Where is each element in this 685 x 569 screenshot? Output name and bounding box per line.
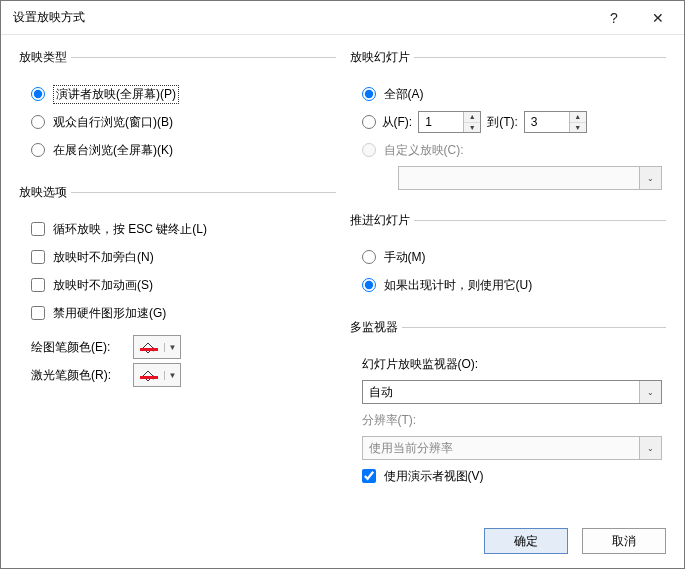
dialog-footer: 确定 取消: [1, 518, 684, 568]
check-no-narration-input[interactable]: [31, 250, 45, 264]
laser-color-swatch: [134, 368, 164, 382]
ok-button[interactable]: 确定: [484, 528, 568, 554]
radio-browse[interactable]: 观众自行浏览(窗口)(B): [23, 108, 332, 136]
chevron-down-icon[interactable]: ▼: [570, 123, 586, 133]
check-loop-label: 循环放映，按 ESC 键终止(L): [53, 221, 207, 238]
radio-custom-show: 自定义放映(C):: [354, 136, 663, 164]
check-no-narration[interactable]: 放映时不加旁白(N): [23, 243, 332, 271]
radio-manual-label: 手动(M): [384, 249, 426, 266]
to-spinner[interactable]: ▲▼: [524, 111, 587, 133]
resolution-value: 使用当前分辨率: [363, 437, 640, 459]
right-column: 放映幻灯片 全部(A) 从(F): ▲▼ 到(T): ▲▼: [350, 47, 667, 506]
check-disable-hw[interactable]: 禁用硬件图形加速(G): [23, 299, 332, 327]
radio-timings-input[interactable]: [362, 278, 376, 292]
chevron-down-icon[interactable]: ▼: [464, 123, 480, 133]
pen-color-button[interactable]: ▼: [133, 335, 181, 359]
monitor-label: 幻灯片放映监视器(O):: [362, 356, 479, 373]
radio-kiosk-label: 在展台浏览(全屏幕)(K): [53, 142, 173, 159]
custom-show-combo-row: ⌄: [354, 164, 663, 192]
radio-custom-input: [362, 143, 376, 157]
chevron-up-icon[interactable]: ▲: [464, 112, 480, 123]
check-no-narration-label: 放映时不加旁白(N): [53, 249, 154, 266]
monitor-combo[interactable]: 自动 ⌄: [362, 380, 663, 404]
radio-all-label: 全部(A): [384, 86, 424, 103]
window-title: 设置放映方式: [13, 9, 592, 26]
show-type-legend: 放映类型: [19, 49, 71, 66]
laser-color-button[interactable]: ▼: [133, 363, 181, 387]
check-no-animation-label: 放映时不加动画(S): [53, 277, 153, 294]
radio-timings-label: 如果出现计时，则使用它(U): [384, 277, 533, 294]
check-loop[interactable]: 循环放映，按 ESC 键终止(L): [23, 215, 332, 243]
radio-all-input[interactable]: [362, 87, 376, 101]
from-label: 从(F):: [382, 114, 413, 131]
check-no-animation-input[interactable]: [31, 278, 45, 292]
radio-custom-label: 自定义放映(C):: [384, 142, 464, 159]
chevron-down-icon: ⌄: [639, 167, 661, 189]
show-options-group: 放映选项 循环放映，按 ESC 键终止(L) 放映时不加旁白(N) 放映时不加动…: [19, 184, 336, 397]
laser-color-dropdown-icon: ▼: [164, 371, 180, 380]
radio-presenter-input[interactable]: [31, 87, 45, 101]
custom-show-value: [399, 167, 640, 189]
custom-show-combo: ⌄: [398, 166, 663, 190]
bucket-icon: [140, 368, 158, 382]
show-slides-legend: 放映幻灯片: [350, 49, 414, 66]
monitor-label-row: 幻灯片放映监视器(O):: [354, 350, 663, 378]
left-column: 放映类型 演讲者放映(全屏幕)(P) 观众自行浏览(窗口)(B) 在展台浏览(全…: [19, 47, 336, 506]
radio-from-input[interactable]: [362, 115, 376, 129]
check-loop-input[interactable]: [31, 222, 45, 236]
laser-color-row: 激光笔颜色(R): ▼: [23, 361, 332, 389]
check-no-animation[interactable]: 放映时不加动画(S): [23, 271, 332, 299]
cancel-button[interactable]: 取消: [582, 528, 666, 554]
pen-color-label: 绘图笔颜色(E):: [31, 339, 127, 356]
close-button[interactable]: ✕: [636, 3, 680, 33]
resolution-label-row: 分辨率(T):: [354, 406, 663, 434]
show-slides-group: 放映幻灯片 全部(A) 从(F): ▲▼ 到(T): ▲▼: [350, 49, 667, 200]
from-value[interactable]: [419, 112, 463, 132]
check-disable-hw-label: 禁用硬件图形加速(G): [53, 305, 166, 322]
check-disable-hw-input[interactable]: [31, 306, 45, 320]
pen-color-row: 绘图笔颜色(E): ▼: [23, 333, 332, 361]
radio-browse-label: 观众自行浏览(窗口)(B): [53, 114, 173, 131]
monitors-legend: 多监视器: [350, 319, 402, 336]
chevron-up-icon[interactable]: ▲: [570, 112, 586, 123]
monitor-combo-row: 自动 ⌄: [354, 378, 663, 406]
radio-browse-input[interactable]: [31, 115, 45, 129]
radio-manual-input[interactable]: [362, 250, 376, 264]
from-spinner[interactable]: ▲▼: [418, 111, 481, 133]
radio-kiosk-input[interactable]: [31, 143, 45, 157]
monitors-group: 多监视器 幻灯片放映监视器(O): 自动 ⌄ 分辨率(T): 使用当前分辨率 ⌄: [350, 319, 667, 498]
dialog-content: 放映类型 演讲者放映(全屏幕)(P) 观众自行浏览(窗口)(B) 在展台浏览(全…: [1, 35, 684, 518]
radio-timings[interactable]: 如果出现计时，则使用它(U): [354, 271, 663, 299]
show-type-group: 放映类型 演讲者放映(全屏幕)(P) 观众自行浏览(窗口)(B) 在展台浏览(全…: [19, 49, 336, 172]
laser-color-label: 激光笔颜色(R):: [31, 367, 127, 384]
monitor-value: 自动: [363, 381, 640, 403]
check-presenter-view[interactable]: 使用演示者视图(V): [354, 462, 663, 490]
to-label: 到(T):: [487, 114, 518, 131]
titlebar: 设置放映方式 ? ✕: [1, 1, 684, 35]
radio-presenter-label: 演讲者放映(全屏幕)(P): [53, 85, 179, 104]
check-presenter-view-label: 使用演示者视图(V): [384, 468, 484, 485]
resolution-combo-row: 使用当前分辨率 ⌄: [354, 434, 663, 462]
advance-legend: 推进幻灯片: [350, 212, 414, 229]
resolution-label: 分辨率(T):: [362, 412, 417, 429]
check-presenter-view-input[interactable]: [362, 469, 376, 483]
radio-presenter[interactable]: 演讲者放映(全屏幕)(P): [23, 80, 332, 108]
help-button[interactable]: ?: [592, 3, 636, 33]
pen-color-dropdown-icon: ▼: [164, 343, 180, 352]
pen-color-swatch: [134, 340, 164, 354]
resolution-combo: 使用当前分辨率 ⌄: [362, 436, 663, 460]
radio-manual[interactable]: 手动(M): [354, 243, 663, 271]
to-value[interactable]: [525, 112, 569, 132]
bucket-icon: [140, 340, 158, 354]
chevron-down-icon: ⌄: [639, 437, 661, 459]
chevron-down-icon[interactable]: ⌄: [639, 381, 661, 403]
advance-group: 推进幻灯片 手动(M) 如果出现计时，则使用它(U): [350, 212, 667, 307]
show-options-legend: 放映选项: [19, 184, 71, 201]
radio-kiosk[interactable]: 在展台浏览(全屏幕)(K): [23, 136, 332, 164]
radio-all-slides[interactable]: 全部(A): [354, 80, 663, 108]
radio-from-to[interactable]: 从(F): ▲▼ 到(T): ▲▼: [354, 108, 663, 136]
